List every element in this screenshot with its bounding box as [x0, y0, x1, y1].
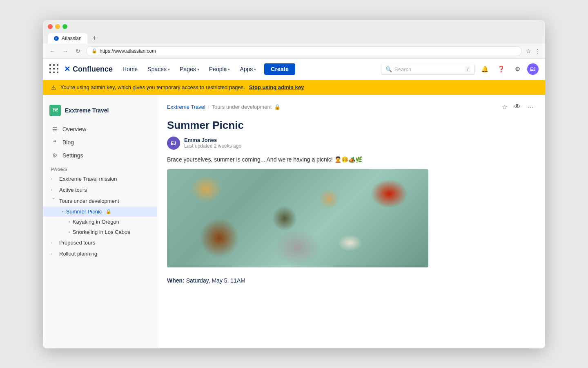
lock-red-icon: 🔒 [106, 209, 111, 214]
traffic-light-yellow[interactable] [55, 24, 60, 29]
page-tree-item-tours-dev[interactable]: › Tours under development [43, 195, 157, 206]
nav-pages[interactable]: Pages ▾ [176, 63, 203, 75]
breadcrumb-lock-icon: 🔒 [274, 104, 281, 110]
people-chevron: ▾ [228, 67, 230, 72]
author-info: Emma Jones Last updated 2 weeks ago [184, 137, 241, 149]
admin-banner: ⚠ You're using admin key, which gives yo… [43, 80, 545, 95]
page-label-summer-picnic: Summer Picnic [66, 209, 102, 215]
nav-spaces[interactable]: Spaces ▾ [144, 63, 173, 75]
sidebar-overview[interactable]: ☰ Overview [43, 123, 157, 136]
nav-people[interactable]: People ▾ [206, 63, 234, 75]
overview-label: Overview [62, 126, 86, 132]
author-row: EJ Emma Jones Last updated 2 weeks ago [157, 137, 545, 156]
tab-title: Atlassian [62, 36, 82, 41]
author-avatar: EJ [167, 137, 180, 150]
pages-section-label: PAGES [43, 162, 157, 173]
bookmark-icon[interactable]: ☆ [526, 48, 531, 54]
url-text: https://www.atlassian.com [100, 48, 156, 54]
when-value: Saturday, May 5, 11AM [186, 277, 245, 284]
settings-label: Settings [62, 152, 83, 159]
atlassian-tab-icon [53, 36, 59, 41]
confluence-logo[interactable]: ✕ Confluence [64, 65, 113, 74]
breadcrumb-actions: ☆ 👁 ⋯ [500, 101, 535, 112]
picnic-visual [167, 169, 428, 267]
settings-button[interactable]: ⚙ [511, 63, 524, 76]
pages-chevron: ▾ [197, 67, 199, 72]
when-text: When: Saturday, May 5, 11AM [157, 274, 545, 287]
notifications-button[interactable]: 🔔 [478, 63, 491, 76]
settings-sidebar-icon: ⚙ [51, 152, 58, 159]
warning-icon: ⚠ [51, 84, 56, 91]
chevron-rollout: › [51, 251, 57, 256]
bullet-summer-picnic: ● [62, 210, 64, 213]
sidebar-settings[interactable]: ⚙ Settings [43, 149, 157, 162]
space-icon: 🗺 [49, 105, 61, 116]
bullet-snorkeling: ● [68, 230, 70, 234]
search-placeholder: Search [394, 66, 411, 72]
nav-apps[interactable]: Apps ▾ [236, 63, 259, 75]
breadcrumb-sep1: / [208, 104, 209, 110]
confluence-icon: ✕ [64, 65, 70, 74]
url-field[interactable]: 🔒 https://www.atlassian.com [86, 46, 522, 56]
browser-tab[interactable]: Atlassian [48, 33, 87, 44]
bullet-kayaking: ● [68, 220, 70, 224]
page-tree-item-mission[interactable]: › Exxtreme Travel mission [43, 173, 157, 184]
page-title: Summer Picnic [157, 116, 545, 137]
page-tree-child-snorkeling[interactable]: ● Snorkeling in Los Cabos [43, 227, 157, 237]
page-label-rollout: Rollout planning [59, 251, 97, 257]
page-tree-child-summer-picnic[interactable]: ● Summer Picnic 🔒 [43, 206, 157, 217]
back-button[interactable]: ← [48, 47, 57, 55]
page-tree-item-active-tours[interactable]: › Active tours [43, 184, 157, 195]
page-label-kayaking: Kayaking in Oregon [73, 219, 119, 225]
search-box[interactable]: 🔍 Search / [381, 64, 475, 75]
search-icon: 🔍 [385, 66, 392, 72]
page-tree-item-rollout[interactable]: › Rollout planning [43, 248, 157, 259]
overview-icon: ☰ [51, 126, 58, 132]
page-label-mission: Exxtreme Travel mission [59, 176, 117, 182]
search-shortcut: / [465, 66, 470, 72]
forward-button[interactable]: → [61, 47, 70, 55]
refresh-button[interactable]: ↻ [74, 47, 82, 55]
watch-action-icon[interactable]: 👁 [512, 101, 522, 112]
stop-admin-key-link[interactable]: Stop using admin key [249, 84, 304, 90]
breadcrumb-space-link[interactable]: Exxtreme Travel [167, 104, 205, 110]
apps-chevron: ▾ [254, 67, 256, 72]
page-label-proposed: Proposed tours [59, 240, 95, 246]
sidebar: 🗺 Exxtreme Travel ☰ Overview ❝ Blog ⚙ Se… [43, 95, 157, 348]
space-header: 🗺 Exxtreme Travel [43, 101, 157, 123]
blog-icon: ❝ [51, 139, 58, 146]
page-tree-child-kayaking[interactable]: ● Kayaking in Oregon [43, 217, 157, 227]
apps-grid-button[interactable] [49, 64, 59, 74]
traffic-light-red[interactable] [48, 24, 53, 29]
page-label-active-tours: Active tours [59, 187, 87, 193]
nav-home[interactable]: Home [119, 63, 141, 75]
create-button[interactable]: Create [264, 63, 295, 75]
admin-banner-text: You're using admin key, which gives you … [60, 84, 245, 90]
breadcrumb-page: Tours under development [212, 104, 272, 110]
more-action-icon[interactable]: ⋯ [526, 101, 535, 112]
top-nav: ✕ Confluence Home Spaces ▾ Pages ▾ Peopl… [43, 59, 545, 80]
chevron-active-tours: › [51, 187, 57, 192]
page-label-tours-dev: Tours under development [59, 198, 119, 204]
more-menu-icon[interactable]: ⋮ [535, 48, 540, 54]
picnic-image [167, 169, 428, 267]
content-area: Exxtreme Travel / Tours under developmen… [157, 95, 545, 348]
user-avatar[interactable]: EJ [527, 63, 539, 75]
chevron-mission: › [51, 176, 57, 181]
page-tree-item-proposed[interactable]: › Proposed tours [43, 237, 157, 248]
chevron-proposed: › [51, 240, 57, 245]
lock-icon: 🔒 [91, 48, 97, 54]
space-name: Exxtreme Travel [65, 107, 109, 114]
breadcrumb: Exxtreme Travel / Tours under developmen… [167, 104, 281, 110]
help-button[interactable]: ❓ [494, 63, 508, 76]
chevron-tours-dev: › [51, 198, 56, 204]
breadcrumb-bar: Exxtreme Travel / Tours under developmen… [157, 95, 545, 116]
address-bar: ← → ↻ 🔒 https://www.atlassian.com ☆ ⋮ [43, 44, 545, 59]
sidebar-blog[interactable]: ❝ Blog [43, 136, 157, 149]
blog-label: Blog [62, 139, 74, 146]
page-label-snorkeling: Snorkeling in Los Cabos [73, 229, 130, 235]
confluence-name: Confluence [73, 65, 113, 74]
star-action-icon[interactable]: ☆ [500, 101, 509, 112]
new-tab-button[interactable]: + [89, 32, 100, 44]
traffic-light-green[interactable] [62, 24, 67, 29]
